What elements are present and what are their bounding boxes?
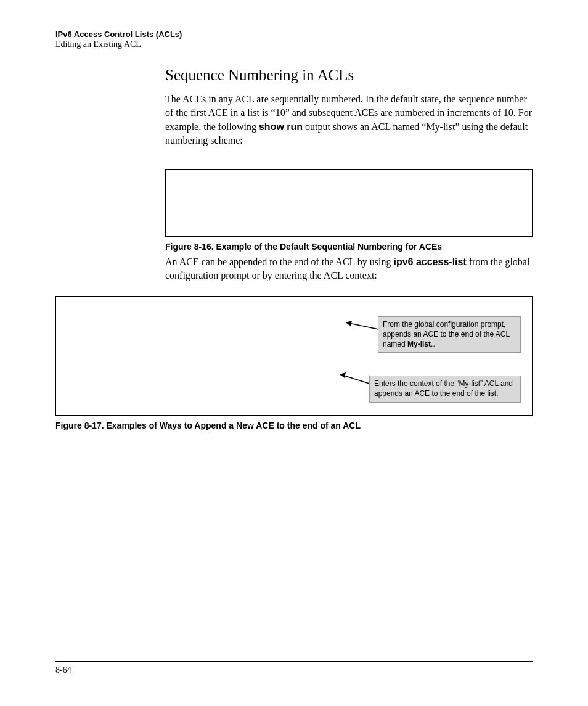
section-heading: Sequence Numbering in ACLs [165, 67, 533, 84]
callout-2: Enters the context of the “My-list” ACL … [369, 376, 521, 402]
figure-16-caption: Figure 8-16. Example of the Default Sequ… [165, 242, 533, 252]
arrow-icon [340, 319, 383, 337]
paragraph-2: An ACE can be appended to the end of the… [165, 255, 533, 283]
figure-16-box [165, 169, 533, 237]
section-title-header: Editing an Existing ACL [55, 39, 533, 49]
page-number: 8-64 [55, 665, 533, 675]
main-content: Sequence Numbering in ACLs The ACEs in a… [165, 67, 533, 282]
chapter-title: IPv6 Access Control Lists (ACLs) [55, 30, 533, 39]
paragraph-1: The ACEs in any ACL are sequentially num… [165, 92, 533, 148]
page-header: IPv6 Access Control Lists (ACLs) Editing… [55, 30, 533, 49]
para2-bold: ipv6 access-list [393, 257, 466, 267]
figure-17-caption: Figure 8-17. Examples of Ways to Append … [55, 421, 533, 430]
footer-rule [55, 661, 533, 662]
svg-marker-1 [346, 321, 352, 326]
figure-17-container: From the global configuration prompt, ap… [55, 296, 533, 430]
page-footer: 8-64 [55, 661, 533, 675]
figure-17-box: From the global configuration prompt, ap… [55, 296, 533, 416]
callout1-text-b: .. [431, 340, 435, 348]
para2-text-a: An ACE can be appended to the end of the… [165, 257, 393, 267]
callout1-bold: My-list [407, 340, 431, 348]
svg-marker-3 [340, 372, 346, 378]
callout-1: From the global configuration prompt, ap… [378, 316, 521, 353]
para1-bold: show run [259, 121, 303, 132]
callout1-text-a: From the global configuration prompt, ap… [383, 320, 510, 348]
